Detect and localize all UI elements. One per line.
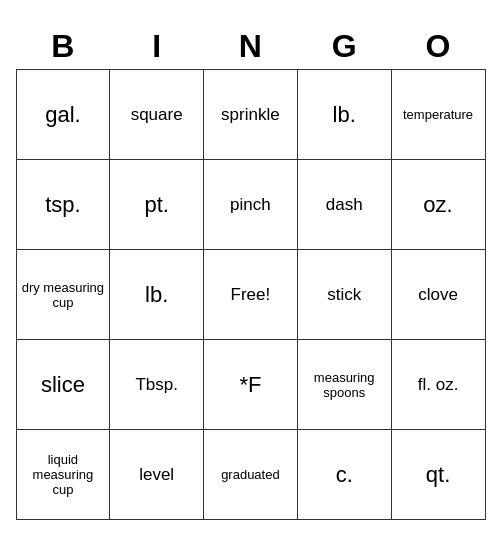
bingo-cell: Free!: [204, 250, 298, 340]
bingo-row: dry measuring cuplb.Free!stickclove: [16, 250, 485, 340]
bingo-cell: dash: [297, 160, 391, 250]
header-letter: I: [110, 24, 204, 70]
bingo-cell: fl. oz.: [391, 340, 485, 430]
bingo-cell: dry measuring cup: [16, 250, 110, 340]
bingo-cell: liquid measuring cup: [16, 430, 110, 520]
bingo-cell: measuring spoons: [297, 340, 391, 430]
bingo-cell: c.: [297, 430, 391, 520]
bingo-cell: oz.: [391, 160, 485, 250]
bingo-cell: pinch: [204, 160, 298, 250]
bingo-cell: clove: [391, 250, 485, 340]
bingo-cell: *F: [204, 340, 298, 430]
bingo-row: tsp.pt.pinchdashoz.: [16, 160, 485, 250]
bingo-cell: slice: [16, 340, 110, 430]
header-letter: G: [297, 24, 391, 70]
bingo-cell: tsp.: [16, 160, 110, 250]
bingo-cell: level: [110, 430, 204, 520]
bingo-cell: graduated: [204, 430, 298, 520]
bingo-row: gal.squaresprinklelb.temperature: [16, 70, 485, 160]
bingo-row: liquid measuring cuplevelgraduatedc.qt.: [16, 430, 485, 520]
bingo-cell: gal.: [16, 70, 110, 160]
bingo-row: sliceTbsp.*Fmeasuring spoonsfl. oz.: [16, 340, 485, 430]
header-letter: N: [204, 24, 298, 70]
bingo-cell: qt.: [391, 430, 485, 520]
header-letter: B: [16, 24, 110, 70]
bingo-cell: Tbsp.: [110, 340, 204, 430]
bingo-card: BINGO gal.squaresprinklelb.temperaturets…: [16, 24, 486, 520]
bingo-cell: lb.: [297, 70, 391, 160]
bingo-cell: pt.: [110, 160, 204, 250]
header-row: BINGO: [16, 24, 485, 70]
bingo-cell: temperature: [391, 70, 485, 160]
bingo-cell: square: [110, 70, 204, 160]
bingo-cell: stick: [297, 250, 391, 340]
header-letter: O: [391, 24, 485, 70]
bingo-cell: lb.: [110, 250, 204, 340]
bingo-cell: sprinkle: [204, 70, 298, 160]
